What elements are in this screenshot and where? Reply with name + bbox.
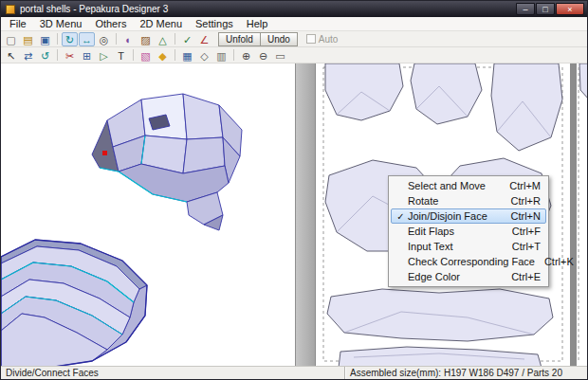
toolbar-separator xyxy=(175,33,175,45)
auto-checkbox-label: Auto xyxy=(319,34,339,45)
pattern-piece-strip-2 xyxy=(339,347,542,368)
menu-item-select-and-move[interactable]: Select and Move Ctrl+M xyxy=(391,178,546,193)
rotate-view-icon[interactable]: ↻ xyxy=(62,32,78,46)
menu-item-input-text[interactable]: Input Text Ctrl+T xyxy=(391,239,546,254)
menu-file[interactable]: File xyxy=(3,17,33,31)
rotate-piece-icon[interactable]: ↺ xyxy=(37,48,53,63)
app-window: portal shells - Pepakura Designer 3 – □ … xyxy=(0,0,588,380)
menu-item-label: Edge Color xyxy=(408,271,502,282)
menu-item-rotate[interactable]: Rotate Ctrl+R xyxy=(391,193,546,208)
toolbar1-icons: ▢▤▣↻↔◎◐▨△✓∠ xyxy=(3,32,212,46)
status-message: Divide/Connect Faces xyxy=(1,368,344,378)
menu-help[interactable]: Help xyxy=(240,17,275,31)
display-flaps-icon[interactable]: △ xyxy=(155,32,171,46)
zoom-view-icon[interactable]: ◎ xyxy=(96,32,112,46)
menu-item-join-disjoin-face[interactable]: ✓ Join/Disjoin Face Ctrl+N xyxy=(391,208,546,224)
toolbar-separator xyxy=(233,49,234,61)
menu-item-edge-color[interactable]: Edge Color Ctrl+E xyxy=(391,269,546,284)
join-face-icon[interactable]: ⊞ xyxy=(79,48,95,63)
3d-model-shell-bottom[interactable] xyxy=(1,240,147,368)
menu-item-label: Join/Disjoin Face xyxy=(408,210,502,222)
menu-item-shortcut: Ctrl+E xyxy=(511,271,541,282)
fill-color-icon[interactable]: ◆ xyxy=(155,48,171,63)
arrange-parts-icon[interactable]: ▦ xyxy=(179,48,195,63)
menu-item-label: Select and Move xyxy=(408,180,500,191)
3d-model-canvas[interactable] xyxy=(1,63,296,368)
undo-button[interactable]: Undo xyxy=(261,32,298,46)
pan-view-icon[interactable]: ↔ xyxy=(79,32,95,46)
toolbar-main: ▢▤▣↻↔◎◐▨△✓∠ Unfold Undo Auto xyxy=(1,31,587,47)
selected-edge-marker xyxy=(102,151,107,155)
menu-item-shortcut: Ctrl+F xyxy=(512,226,541,237)
unfold-undo-group: Unfold Undo xyxy=(218,32,298,46)
3d-view-pane[interactable] xyxy=(1,63,296,366)
display-textured-icon[interactable]: ◐ xyxy=(120,32,137,46)
menu-2d-menu[interactable]: 2D Menu xyxy=(133,17,189,31)
window-controls: – □ × xyxy=(516,3,584,15)
toolbar-separator xyxy=(116,33,117,45)
menu-item-shortcut: Ctrl+R xyxy=(511,195,541,207)
move-piece-icon[interactable]: ⇄ xyxy=(20,48,36,63)
menu-item-shortcut: Ctrl+K xyxy=(544,256,574,267)
edit-flaps-icon[interactable]: ▷ xyxy=(96,48,112,63)
pattern-piece-edge xyxy=(579,63,588,100)
pattern-page-2 xyxy=(577,63,588,366)
divide-face-icon[interactable]: ✂ xyxy=(62,48,78,63)
app-icon xyxy=(6,5,15,14)
menu-item-label: Rotate xyxy=(408,195,502,207)
pane-splitter[interactable] xyxy=(296,63,316,366)
title-bar[interactable]: portal shells - Pepakura Designer 3 – □ … xyxy=(1,1,587,17)
zoom-in-icon[interactable]: ⊕ xyxy=(238,48,254,63)
menu-item-label: Check Corresponding Face xyxy=(408,256,535,267)
unfold-button[interactable]: Unfold xyxy=(218,32,261,46)
status-bar: Divide/Connect Faces Assembled size(mm):… xyxy=(1,366,587,379)
pattern-piece-top-1 xyxy=(325,63,403,120)
close-button[interactable]: × xyxy=(556,3,584,15)
maximize-button[interactable]: □ xyxy=(536,3,555,15)
menu-item-edit-flaps[interactable]: Edit Flaps Ctrl+F xyxy=(391,224,546,239)
auto-checkbox-group[interactable]: Auto xyxy=(306,34,339,45)
minimize-button[interactable]: – xyxy=(516,3,535,15)
scale-parts-icon[interactable]: ◇ xyxy=(196,48,212,63)
zoom-out-icon[interactable]: ⊖ xyxy=(255,48,271,63)
toolbar-separator xyxy=(57,49,58,61)
menu-item-shortcut: Ctrl+N xyxy=(511,210,541,222)
menu-item-label: Edit Flaps xyxy=(408,226,503,237)
menu-item-shortcut: Ctrl+M xyxy=(509,180,541,191)
toolbar-separator xyxy=(133,49,134,61)
assembled-size-info: Assembled size(mm): H197 W186 D497 / Par… xyxy=(344,367,587,379)
grid-toggle-icon[interactable]: ▥ xyxy=(213,48,230,63)
context-menu: Select and Move Ctrl+M Rotate Ctrl+R ✓ J… xyxy=(388,175,549,287)
auto-checkbox[interactable] xyxy=(306,34,316,44)
checkmark-icon: ✓ xyxy=(394,211,408,222)
measure-tool-icon[interactable]: ∠ xyxy=(196,32,212,46)
edge-color-icon[interactable]: ▧ xyxy=(138,48,154,63)
print-layout-icon[interactable]: ▭ xyxy=(272,48,288,63)
save-file-icon[interactable]: ▣ xyxy=(37,32,53,46)
menu-item-shortcut: Ctrl+T xyxy=(512,241,541,252)
check-model-icon[interactable]: ✓ xyxy=(179,32,195,46)
toolbar-2d-tools: ↖⇄↺✂⊞▷T▧◆▦◇▥⊕⊖▭ xyxy=(1,47,587,63)
input-text-icon[interactable]: T xyxy=(113,48,129,63)
menu-others[interactable]: Others xyxy=(88,17,133,31)
select-tool-icon[interactable]: ↖ xyxy=(3,48,19,63)
new-document-icon[interactable]: ▢ xyxy=(3,32,19,46)
window-title: portal shells - Pepakura Designer 3 xyxy=(20,4,516,14)
3d-model-shell-top[interactable] xyxy=(92,94,242,230)
menu-item-label: Input Text xyxy=(408,241,503,252)
menu-settings[interactable]: Settings xyxy=(189,17,240,31)
display-wireframe-icon[interactable]: ▨ xyxy=(138,32,154,46)
2d-pattern-canvas-page2 xyxy=(577,63,588,368)
toolbar-separator xyxy=(175,49,175,61)
menu-item-check-corresponding-face[interactable]: Check Corresponding Face Ctrl+K xyxy=(391,254,546,269)
open-folder-icon[interactable]: ▤ xyxy=(20,32,36,46)
menu-bar: File 3D Menu Others 2D Menu Settings Hel… xyxy=(1,17,587,31)
toolbar-separator xyxy=(57,33,58,45)
menu-3d-menu[interactable]: 3D Menu xyxy=(33,17,89,31)
toolbar2-icons: ↖⇄↺✂⊞▷T▧◆▦◇▥⊕⊖▭ xyxy=(3,48,288,63)
